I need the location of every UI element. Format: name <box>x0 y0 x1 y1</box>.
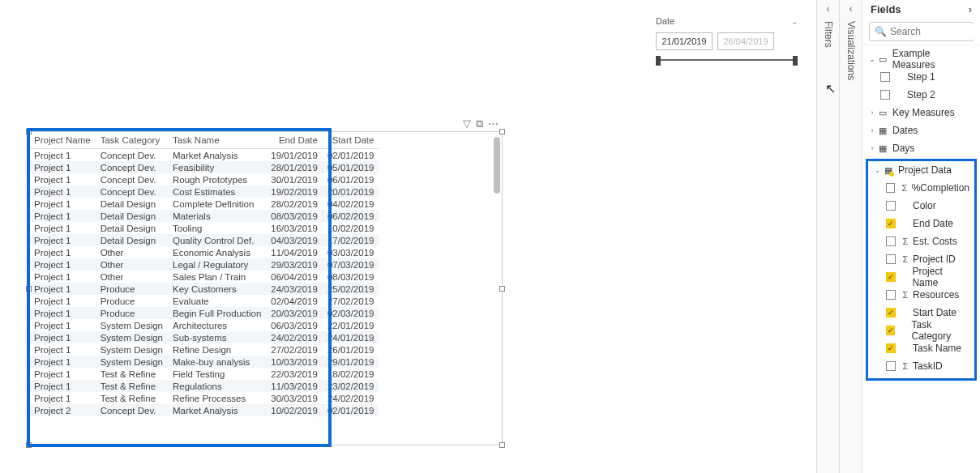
table-cell: 24/02/2019 <box>266 331 323 343</box>
caret-icon[interactable]: › <box>867 144 877 152</box>
field-project-name[interactable]: ✓Project Name <box>868 268 974 286</box>
table-row[interactable]: Project 1ProduceKey Customers24/03/20192… <box>29 283 379 295</box>
fields-search-input[interactable]: 🔍 <box>869 22 974 41</box>
slider-handle-start[interactable] <box>656 56 661 66</box>
table-row[interactable]: Project 1System DesignMake-buy analysis1… <box>29 356 379 368</box>
field-checkbox[interactable] <box>886 183 895 193</box>
table-row[interactable]: Project 1Detail DesignMaterials08/03/201… <box>29 210 379 222</box>
table-cell: Project 1 <box>29 392 96 404</box>
field-checkbox[interactable] <box>886 361 896 371</box>
field--completion[interactable]: Σ%Completion <box>868 179 974 197</box>
resize-handle[interactable] <box>26 129 32 134</box>
field-checkbox[interactable] <box>886 236 896 246</box>
table-cell: Concept Dev. <box>96 185 168 198</box>
table-row[interactable]: Project 1System DesignSub-systems24/02/2… <box>29 331 379 343</box>
table-row[interactable]: Project 1Test & RefineRegulations11/03/2… <box>29 380 379 392</box>
table-row[interactable]: Project 1System DesignArchitectures06/03… <box>29 319 379 331</box>
table-cell: Project 1 <box>29 319 96 331</box>
expand-left-icon[interactable]: ‹ <box>817 0 839 15</box>
filters-pane-collapsed[interactable]: ‹ Filters <box>816 0 839 473</box>
table-row[interactable]: Project 1Detail DesignTooling16/03/20191… <box>29 222 379 234</box>
caret-icon[interactable]: › <box>867 126 877 134</box>
field-label: TaskID <box>913 360 943 372</box>
field-checkbox[interactable]: ✓ <box>886 343 896 353</box>
fields-table-key-measures[interactable]: ›▭Key Measures <box>862 104 980 121</box>
fields-table-project-data[interactable]: ⌄▦Project Data <box>868 161 974 179</box>
fields-table-days[interactable]: ›▦Days <box>862 139 980 157</box>
column-header[interactable]: Task Category <box>96 132 168 149</box>
table-row[interactable]: Project 1Test & RefineRefine Processes30… <box>29 392 379 404</box>
filter-icon[interactable]: ▽ <box>463 117 471 130</box>
field-task-name[interactable]: ✓Task Name <box>868 339 974 357</box>
search-input[interactable] <box>887 24 980 39</box>
visualizations-pane-collapsed[interactable]: ‹ Visualizations <box>839 0 862 473</box>
table-cell: Concept Dev. <box>96 149 168 162</box>
collapse-right-icon[interactable]: › <box>969 3 972 15</box>
table-row[interactable]: Project 1ProduceBegin Full Production20/… <box>29 307 379 319</box>
field-checkbox[interactable]: ✓ <box>886 308 896 317</box>
date-end-input[interactable]: 26/04/2019 <box>717 32 774 50</box>
field-checkbox[interactable] <box>886 290 896 300</box>
table-row[interactable]: Project 1Concept Dev.Market Analysis19/0… <box>29 149 379 162</box>
table-scrollbar[interactable] <box>494 137 500 440</box>
more-options-icon[interactable]: ⋯ <box>488 117 499 130</box>
table-cell: Market Analysis <box>168 404 266 416</box>
slider-handle-end[interactable] <box>793 56 798 66</box>
field-end-date[interactable]: ✓End Date <box>868 215 974 232</box>
chevron-down-icon[interactable]: ⌄ <box>791 17 798 26</box>
table-row[interactable]: Project 1Concept Dev.Feasibility28/01/20… <box>29 161 379 173</box>
field-checkbox[interactable] <box>880 90 890 100</box>
field-taskid[interactable]: ΣTaskID <box>868 357 974 375</box>
field-checkbox[interactable] <box>886 201 896 211</box>
resize-handle[interactable] <box>26 286 32 292</box>
column-header[interactable]: Project Name <box>29 132 96 149</box>
filters-pane-label: Filters <box>823 15 834 48</box>
date-start-input[interactable]: 21/01/2019 <box>656 32 713 50</box>
tutorial-highlight-fields: ⌄▦Project DataΣ%CompletionColor✓End Date… <box>866 159 977 381</box>
table-cell: Produce <box>96 307 168 319</box>
date-slider[interactable] <box>656 54 798 66</box>
expand-left-icon[interactable]: ‹ <box>840 0 862 15</box>
field-label: Est. Costs <box>913 236 957 247</box>
caret-icon[interactable]: ⌄ <box>867 55 877 63</box>
field-step-1[interactable]: Step 1 <box>862 68 980 86</box>
table-cell: Materials <box>168 210 266 222</box>
fields-table-dates[interactable]: ›▦Dates <box>862 121 980 139</box>
table-row[interactable]: Project 1Detail DesignComplete Definitio… <box>29 198 379 210</box>
fields-table-example-measures[interactable]: ⌄▭Example Measures <box>862 50 980 68</box>
table-row[interactable]: Project 2Concept Dev.Market Analysis10/0… <box>29 404 379 416</box>
table-row[interactable]: Project 1Concept Dev.Cost Estimates19/02… <box>29 185 379 198</box>
field-checkbox[interactable]: ✓ <box>886 326 895 335</box>
field-task-category[interactable]: ✓Task Category <box>868 322 974 339</box>
field-checkbox[interactable]: ✓ <box>886 272 896 282</box>
table-row[interactable]: Project 1Detail DesignQuality Control De… <box>29 234 379 246</box>
table-visual[interactable]: ▽ ⧉ ⋯ Project NameTask CategoryTask Name… <box>28 131 503 445</box>
table-row[interactable]: Project 1OtherSales Plan / Train06/04/20… <box>29 271 379 283</box>
field-checkbox[interactable]: ✓ <box>886 219 896 228</box>
caret-icon[interactable]: › <box>867 109 877 117</box>
resize-handle[interactable] <box>499 129 505 134</box>
field-color[interactable]: Color <box>868 197 974 215</box>
field-checkbox[interactable] <box>886 254 896 264</box>
table-row[interactable]: Project 1OtherLegal / Regulatory29/03/20… <box>29 258 379 271</box>
field-resources[interactable]: ΣResources <box>868 286 974 304</box>
field-step-2[interactable]: Step 2 <box>862 86 980 104</box>
column-header[interactable]: Task Name <box>168 132 266 149</box>
caret-icon[interactable]: ⌄ <box>873 166 883 174</box>
field-checkbox[interactable] <box>880 72 890 82</box>
resize-handle[interactable] <box>26 442 32 448</box>
table-row[interactable]: Project 1System DesignRefine Design27/02… <box>29 343 379 356</box>
focus-mode-icon[interactable]: ⧉ <box>476 117 483 130</box>
resize-handle[interactable] <box>499 286 505 292</box>
table-cell: 02/04/2019 <box>266 295 323 307</box>
table-row[interactable]: Project 1Test & RefineField Testing22/03… <box>29 368 379 380</box>
table-row[interactable]: Project 1OtherEconomic Analysis11/04/201… <box>29 246 379 258</box>
table-row[interactable]: Project 1Concept Dev.Rough Prototypes30/… <box>29 173 379 185</box>
resize-handle[interactable] <box>499 442 505 448</box>
field-est-costs[interactable]: ΣEst. Costs <box>868 232 974 250</box>
date-slicer[interactable]: Date ⌄ 21/01/2019 26/04/2019 <box>656 16 798 66</box>
table-cell: Project 1 <box>29 222 96 234</box>
table-row[interactable]: Project 1ProduceEvaluate02/04/201927/02/… <box>29 295 379 307</box>
column-header[interactable]: Start Date <box>323 132 379 149</box>
column-header[interactable]: End Date <box>266 132 323 149</box>
